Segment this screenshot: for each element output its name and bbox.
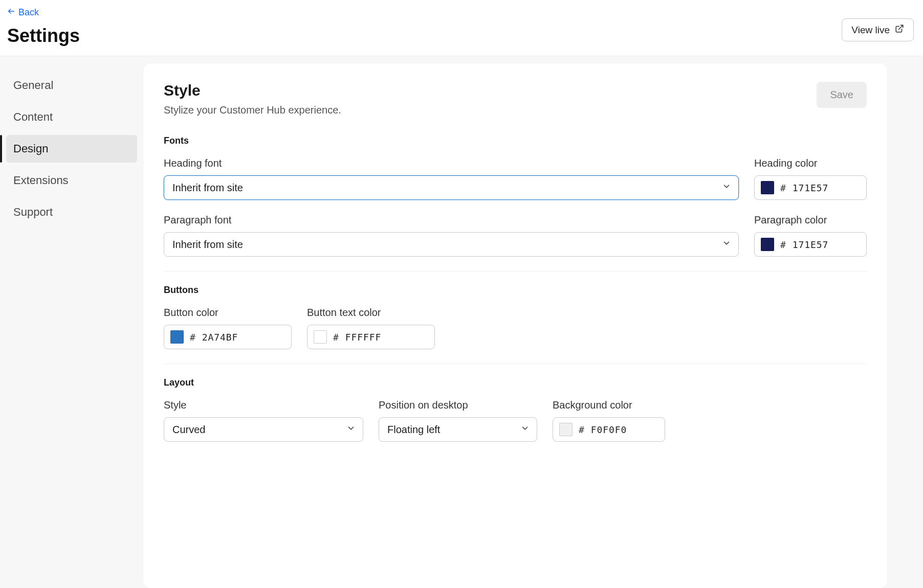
position-select[interactable]: Floating left xyxy=(379,417,537,442)
chevron-down-icon xyxy=(722,239,731,251)
sidebar-item-general[interactable]: General xyxy=(6,72,137,99)
sidebar-item-label: Support xyxy=(13,206,53,218)
external-link-icon xyxy=(895,24,904,36)
sidebar-item-label: Design xyxy=(13,142,48,155)
heading-color-input[interactable]: # 171E57 xyxy=(754,175,867,200)
paragraph-font-label: Paragraph font xyxy=(164,214,739,226)
sidebar-item-label: Extensions xyxy=(13,174,69,187)
svg-line-1 xyxy=(899,25,903,29)
heading-font-value: Inherit from site xyxy=(172,182,243,194)
button-color-input[interactable]: # 2A74BF xyxy=(164,325,292,349)
button-text-color-label: Button text color xyxy=(307,307,435,319)
layout-style-value: Curved xyxy=(172,424,205,436)
button-color-label: Button color xyxy=(164,307,292,319)
paragraph-color-hex: 171E57 xyxy=(793,239,828,250)
layout-section-title: Layout xyxy=(164,377,867,388)
heading-font-label: Heading font xyxy=(164,157,739,169)
hash-symbol: # xyxy=(333,332,339,343)
sidebar-item-extensions[interactable]: Extensions xyxy=(6,167,137,194)
button-color-hex: 2A74BF xyxy=(202,332,238,343)
fonts-section-title: Fonts xyxy=(164,135,867,146)
heading-color-hex: 171E57 xyxy=(793,183,828,193)
view-live-button[interactable]: View live xyxy=(842,18,914,41)
sidebar-item-label: General xyxy=(13,79,53,92)
hash-symbol: # xyxy=(190,332,196,343)
hash-symbol: # xyxy=(579,424,585,435)
chevron-down-icon xyxy=(520,424,530,436)
sidebar-item-label: Content xyxy=(13,110,53,123)
style-card: Style Stylize your Customer Hub experien… xyxy=(143,63,887,588)
paragraph-color-input[interactable]: # 171E57 xyxy=(754,232,867,257)
buttons-section-title: Buttons xyxy=(164,285,867,296)
bg-color-hex: F0F0F0 xyxy=(591,424,627,435)
card-title: Style xyxy=(164,82,341,99)
chevron-down-icon xyxy=(346,424,356,436)
layout-style-label: Style xyxy=(164,399,363,411)
paragraph-font-select[interactable]: Inherit from site xyxy=(164,232,739,257)
color-swatch xyxy=(314,330,327,344)
fonts-section: Fonts Heading font Inherit from site Hea… xyxy=(164,130,867,272)
hash-symbol: # xyxy=(780,183,786,193)
back-link[interactable]: Back xyxy=(7,7,80,18)
arrow-left-icon xyxy=(7,7,15,18)
bg-color-input[interactable]: # F0F0F0 xyxy=(553,417,665,442)
heading-color-label: Heading color xyxy=(754,157,867,169)
chevron-down-icon xyxy=(722,182,731,194)
bg-color-label: Background color xyxy=(553,399,665,411)
color-swatch xyxy=(559,423,573,436)
sidebar-item-support[interactable]: Support xyxy=(6,198,137,226)
hash-symbol: # xyxy=(780,239,786,250)
color-swatch xyxy=(761,238,774,251)
save-button[interactable]: Save xyxy=(817,82,867,108)
position-label: Position on desktop xyxy=(379,399,537,411)
layout-style-select[interactable]: Curved xyxy=(164,417,363,442)
paragraph-font-value: Inherit from site xyxy=(172,239,243,251)
color-swatch xyxy=(170,330,184,344)
button-text-color-hex: FFFFFF xyxy=(345,332,381,343)
layout-section: Layout Style Curved Position on desktop … xyxy=(164,364,867,442)
paragraph-color-label: Paragraph color xyxy=(754,214,867,226)
sidebar-item-design[interactable]: Design xyxy=(6,135,137,163)
sidebar-item-content[interactable]: Content xyxy=(6,103,137,131)
position-value: Floating left xyxy=(387,424,440,436)
color-swatch xyxy=(761,181,774,194)
settings-sidebar: General Content Design Extensions Suppor… xyxy=(0,56,143,588)
view-live-label: View live xyxy=(851,25,890,36)
back-label: Back xyxy=(18,7,39,18)
card-subtitle: Stylize your Customer Hub experience. xyxy=(164,104,341,116)
page-title: Settings xyxy=(7,25,80,47)
buttons-section: Buttons Button color # 2A74BF Button tex… xyxy=(164,272,867,364)
heading-font-select[interactable]: Inherit from site xyxy=(164,175,739,200)
page-header: Back Settings View live xyxy=(0,0,923,56)
button-text-color-input[interactable]: # FFFFFF xyxy=(307,325,435,349)
